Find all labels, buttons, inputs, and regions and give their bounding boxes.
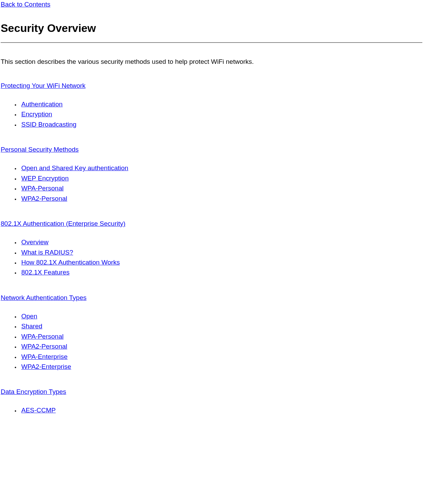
list-item: SSID Broadcasting bbox=[20, 119, 423, 129]
link-ssid-broadcasting[interactable]: SSID Broadcasting bbox=[21, 121, 77, 128]
link-authentication[interactable]: Authentication bbox=[21, 101, 62, 108]
list-item: Overview bbox=[20, 237, 423, 247]
section-link-protecting[interactable]: Protecting Your WiFi Network bbox=[1, 82, 423, 90]
list-item: WEP Encryption bbox=[20, 173, 423, 183]
link-wpa-personal[interactable]: WPA-Personal bbox=[21, 185, 64, 192]
link-wep-encryption[interactable]: WEP Encryption bbox=[21, 175, 69, 182]
divider bbox=[1, 42, 422, 43]
nested-list-network-auth-types: Open Shared WPA-Personal WPA2-Personal W… bbox=[20, 311, 423, 372]
link-wpa2-personal[interactable]: WPA2-Personal bbox=[21, 195, 67, 202]
nested-list-data-encryption-types: AES-CCMP bbox=[20, 405, 423, 415]
link-aes-ccmp[interactable]: AES-CCMP bbox=[21, 407, 56, 414]
list-item: WPA-Personal bbox=[20, 331, 423, 341]
section-link-8021x[interactable]: 802.1X Authentication (Enterprise Securi… bbox=[1, 220, 423, 227]
list-item: Open and Shared Key authentication bbox=[20, 163, 423, 173]
list-item: AES-CCMP bbox=[20, 405, 423, 415]
link-8021x-features[interactable]: 802.1X Features bbox=[21, 269, 69, 276]
list-item: WPA2-Personal bbox=[20, 194, 423, 203]
section-link-personal-security[interactable]: Personal Security Methods bbox=[1, 146, 423, 153]
section-link-network-auth-types[interactable]: Network Authentication Types bbox=[1, 294, 423, 302]
nested-list-8021x: Overview What is RADIUS? How 802.1X Auth… bbox=[20, 237, 423, 278]
link-wpa2-personal-2[interactable]: WPA2-Personal bbox=[21, 343, 67, 350]
link-encryption[interactable]: Encryption bbox=[21, 110, 52, 118]
nested-list-protecting: Authentication Encryption SSID Broadcast… bbox=[20, 99, 423, 129]
list-item: WPA2-Personal bbox=[20, 341, 423, 351]
link-open[interactable]: Open bbox=[21, 313, 37, 320]
list-item: WPA-Enterprise bbox=[20, 352, 423, 362]
link-wpa-personal-2[interactable]: WPA-Personal bbox=[21, 333, 64, 340]
page-title: Security Overview bbox=[1, 22, 423, 35]
section-link-data-encryption-types[interactable]: Data Encryption Types bbox=[1, 388, 423, 396]
link-wpa-enterprise[interactable]: WPA-Enterprise bbox=[21, 353, 68, 360]
list-item: What is RADIUS? bbox=[20, 247, 423, 257]
list-item: Authentication bbox=[20, 99, 423, 109]
back-to-contents-link[interactable]: Back to Contents bbox=[1, 1, 50, 8]
list-item: WPA2-Enterprise bbox=[20, 362, 423, 372]
list-item: How 802.1X Authentication Works bbox=[20, 257, 423, 267]
intro-paragraph: This section describes the various secur… bbox=[1, 58, 423, 66]
link-shared[interactable]: Shared bbox=[21, 323, 42, 330]
link-wpa2-enterprise[interactable]: WPA2-Enterprise bbox=[21, 363, 71, 370]
link-how-8021x-works[interactable]: How 802.1X Authentication Works bbox=[21, 259, 120, 266]
list-item: Encryption bbox=[20, 109, 423, 119]
link-open-shared-key[interactable]: Open and Shared Key authentication bbox=[21, 164, 128, 172]
link-radius[interactable]: What is RADIUS? bbox=[21, 249, 73, 256]
nested-list-personal-security: Open and Shared Key authentication WEP E… bbox=[20, 163, 423, 203]
list-item: Open bbox=[20, 311, 423, 321]
list-item: 802.1X Features bbox=[20, 267, 423, 277]
link-overview[interactable]: Overview bbox=[21, 238, 48, 246]
list-item: Shared bbox=[20, 321, 423, 331]
list-item: WPA-Personal bbox=[20, 183, 423, 193]
